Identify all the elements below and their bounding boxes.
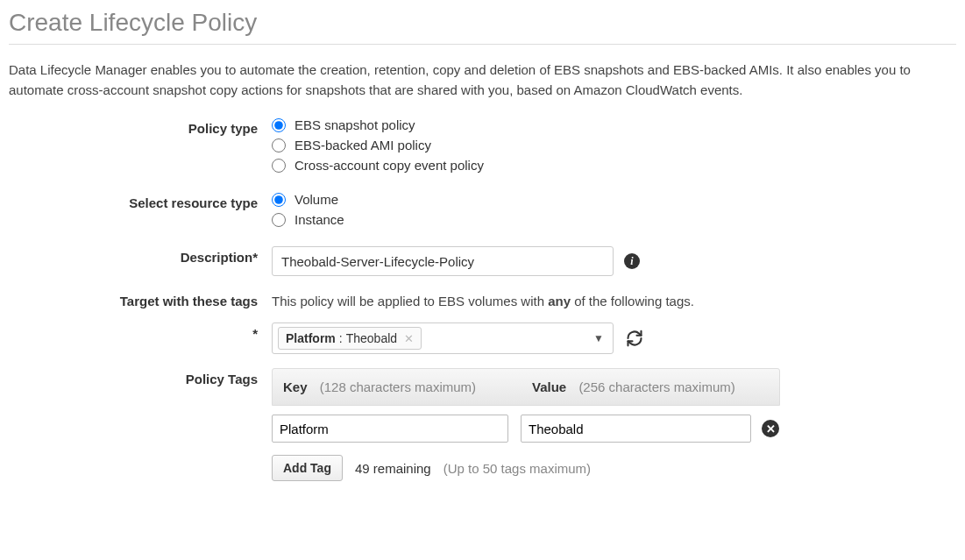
- add-tag-button[interactable]: Add Tag: [272, 455, 343, 481]
- policy-tags-row: Policy Tags Key (128 characters maximum)…: [9, 368, 956, 481]
- policy-tags-key-meta: (128 characters maximum): [320, 379, 476, 394]
- add-tag-row: Add Tag 49 remaining (Up to 50 tags maxi…: [272, 451, 780, 481]
- target-tag-selector-row: * Platform : Theobald ✕ ▼: [9, 323, 956, 354]
- intro-text: Data Lifecycle Manager enables you to au…: [9, 60, 956, 100]
- resource-type-label: Select resource type: [9, 192, 272, 210]
- policy-tags-table: Key (128 characters maximum) Value (256 …: [272, 368, 780, 481]
- tags-remaining: 49 remaining: [355, 461, 431, 476]
- target-tag-chip-sep: :: [339, 331, 343, 345]
- target-tag-chip-remove-icon[interactable]: ✕: [404, 332, 414, 345]
- target-tags-label: Target with these tags: [9, 290, 272, 308]
- target-tag-asterisk: *: [9, 323, 272, 341]
- policy-type-radio-cross-account[interactable]: [272, 159, 286, 173]
- target-tag-chip-key: Platform: [286, 331, 336, 345]
- resource-type-option-instance[interactable]: Instance: [272, 212, 956, 227]
- policy-tag-row: ✕: [272, 406, 780, 451]
- info-icon[interactable]: i: [624, 253, 640, 269]
- description-row: Description* i: [9, 246, 956, 276]
- policy-tags-key-header: Key: [283, 379, 308, 394]
- target-help-post: of the following tags.: [571, 294, 694, 308]
- policy-type-row: Policy type EBS snapshot policy EBS-back…: [9, 117, 956, 178]
- policy-tags-value-header: Value: [532, 379, 566, 394]
- target-tag-chip[interactable]: Platform : Theobald ✕: [278, 327, 422, 350]
- policy-type-option-label: EBS snapshot policy: [294, 117, 415, 132]
- target-tags-help: This policy will be applied to EBS volum…: [272, 290, 956, 308]
- policy-tag-key-input[interactable]: [272, 415, 508, 443]
- target-tag-chip-value: Theobald: [346, 331, 397, 345]
- policy-type-label: Policy type: [9, 117, 272, 136]
- resource-type-radio-instance[interactable]: [272, 213, 286, 227]
- policy-tags-header: Key (128 characters maximum) Value (256 …: [272, 368, 780, 406]
- target-help-bold: any: [548, 294, 571, 308]
- target-tag-dropdown[interactable]: Platform : Theobald ✕ ▼: [272, 323, 614, 354]
- policy-type-radio-ebs-snapshot[interactable]: [272, 118, 286, 132]
- resource-type-option-label: Instance: [294, 212, 344, 227]
- resource-type-option-volume[interactable]: Volume: [272, 192, 956, 207]
- chevron-down-icon[interactable]: ▼: [593, 332, 604, 344]
- delete-tag-icon[interactable]: ✕: [762, 420, 779, 437]
- resource-type-row: Select resource type Volume Instance: [9, 192, 956, 232]
- tags-max: (Up to 50 tags maximum): [443, 461, 591, 476]
- refresh-icon[interactable]: [626, 330, 643, 347]
- page-title: Create Lifecycle Policy: [9, 9, 956, 45]
- policy-type-option-ebs-snapshot[interactable]: EBS snapshot policy: [272, 117, 956, 132]
- policy-type-option-label: Cross-account copy event policy: [294, 158, 484, 173]
- resource-type-option-label: Volume: [294, 192, 338, 207]
- description-input[interactable]: [272, 246, 614, 276]
- policy-type-radio-ebs-ami[interactable]: [272, 138, 286, 152]
- policy-tags-label: Policy Tags: [9, 368, 272, 386]
- policy-type-option-label: EBS-backed AMI policy: [294, 138, 431, 152]
- target-help-pre: This policy will be applied to EBS volum…: [272, 294, 548, 308]
- policy-tags-value-meta: (256 characters maximum): [578, 379, 734, 394]
- policy-type-option-ebs-ami[interactable]: EBS-backed AMI policy: [272, 138, 956, 152]
- description-label: Description*: [9, 246, 272, 265]
- resource-type-radio-volume[interactable]: [272, 193, 286, 207]
- policy-type-option-cross-account[interactable]: Cross-account copy event policy: [272, 158, 956, 173]
- target-tags-row: Target with these tags This policy will …: [9, 290, 956, 308]
- policy-tag-value-input[interactable]: [521, 415, 751, 443]
